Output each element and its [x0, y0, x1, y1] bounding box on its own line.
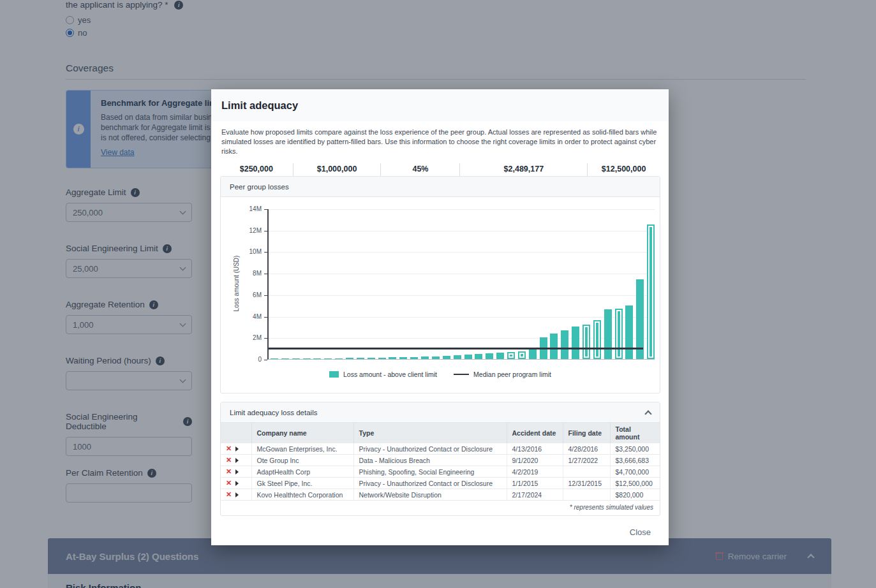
chart-bar-simulated	[647, 224, 655, 359]
gridline	[269, 317, 655, 318]
expand-row-icon[interactable]	[235, 469, 239, 474]
chart-bar	[496, 353, 504, 359]
company-cell: Gk Steel Pipe, Inc.	[251, 478, 353, 489]
chart-bar	[378, 358, 386, 359]
y-tick-mark	[264, 209, 267, 210]
details-panel-header[interactable]: Limit adequacy loss details	[221, 402, 660, 423]
chart-bar	[303, 358, 311, 360]
modal-title: Limit adequacy	[221, 99, 298, 112]
y-tick-label: 6M	[242, 291, 262, 298]
legend-line-swatch-icon	[454, 374, 469, 376]
chart-panel-header: Peer group losses	[221, 177, 660, 197]
chart-bar-simulated	[507, 352, 515, 359]
legend-label: Loss amount - above client limit	[343, 371, 437, 378]
filing-date-cell	[563, 466, 610, 478]
type-cell: Privacy - Unauthorized Contact or Disclo…	[353, 443, 507, 455]
company-cell: AdaptHealth Corp	[251, 466, 353, 478]
filing-date-cell: 4/28/2016	[563, 443, 610, 455]
y-tick-label: 2M	[242, 334, 262, 341]
loss-details-panel: Limit adequacy loss details Company name…	[220, 402, 660, 516]
expand-row-icon[interactable]	[235, 458, 239, 463]
gridline	[269, 274, 655, 274]
accident-date-cell: 1/1/2015	[507, 478, 563, 489]
expand-row-icon[interactable]	[235, 446, 239, 452]
chart-bar	[421, 356, 429, 359]
remove-row-icon[interactable]: ✕	[226, 456, 232, 464]
chart-bar	[367, 358, 375, 359]
expand-row-icon[interactable]	[235, 492, 239, 497]
y-tick-mark	[264, 295, 267, 296]
stat-value: $1,000,000	[296, 165, 378, 173]
total-amount-cell: $3,666,683	[610, 455, 660, 466]
table-header-row: Company name Type Accident date Filing d…	[221, 423, 660, 443]
chart-bar-simulated	[518, 351, 526, 359]
legend-item-median-limit: Median peer program limit	[454, 371, 551, 378]
column-header-actions	[221, 423, 251, 443]
y-tick-label: 12M	[242, 227, 262, 234]
chevron-up-icon[interactable]	[644, 410, 651, 417]
legend-item-loss-amount: Loss amount - above client limit	[329, 371, 437, 378]
table-row: ✕Ote Group IncData - Malicious Breach9/1…	[221, 455, 660, 466]
y-tick-mark	[264, 252, 267, 253]
accident-date-cell: 2/17/2024	[507, 489, 563, 501]
company-cell: Ote Group Inc	[251, 455, 353, 466]
chart-bar	[572, 327, 579, 359]
chart-bar	[335, 358, 343, 360]
chart-bar	[475, 354, 482, 359]
y-axis-label: Loss amount (USD)	[233, 246, 240, 322]
remove-row-icon[interactable]: ✕	[226, 479, 232, 487]
simulated-values-footnote: * represents simulated values	[221, 501, 660, 515]
modal-header: Limit adequacy	[211, 89, 669, 121]
chart-bar	[357, 358, 364, 359]
table-row: ✕Gk Steel Pipe, Inc.Privacy - Unauthoriz…	[221, 478, 660, 489]
filing-date-cell: 12/31/2015	[563, 478, 610, 489]
chart-bar	[625, 305, 633, 359]
chart-bar	[389, 357, 396, 359]
remove-row-icon[interactable]: ✕	[226, 490, 232, 499]
close-button[interactable]: Close	[630, 527, 651, 537]
chart-bar	[443, 356, 450, 359]
chart-legend: Loss amount - above client limit Median …	[221, 371, 660, 378]
y-tick-mark	[264, 317, 267, 318]
remove-row-icon[interactable]: ✕	[226, 445, 232, 453]
accident-date-cell: 4/2/2019	[507, 466, 563, 478]
total-amount-cell: $12,500,000	[610, 478, 660, 489]
chart-bar	[432, 356, 440, 359]
type-cell: Network/Website Disruption	[353, 489, 507, 501]
expand-row-icon[interactable]	[235, 481, 239, 486]
y-tick-mark	[264, 231, 267, 232]
total-amount-cell: $820,000	[610, 489, 660, 501]
type-cell: Privacy - Unauthorized Contact or Disclo…	[353, 478, 507, 489]
chart-bar	[464, 355, 472, 359]
loss-details-table: Company name Type Accident date Filing d…	[221, 423, 660, 501]
modal-description: Evaluate how proposed limits compare aga…	[221, 128, 659, 156]
chart-panel-title: Peer group losses	[230, 183, 289, 191]
legend-bar-swatch-icon	[329, 371, 339, 378]
column-header-filing-date: Filing date	[563, 423, 610, 443]
chart-bar	[313, 358, 321, 360]
remove-row-icon[interactable]: ✕	[226, 467, 232, 476]
type-cell: Phishing, Spoofing, Social Engineering	[353, 466, 507, 478]
accident-date-cell: 9/1/2020	[507, 455, 563, 466]
y-tick-mark	[264, 338, 267, 339]
company-cell: McGowan Enterprises, Inc.	[251, 443, 353, 455]
table-row: ✕Kovo Healthtech CorporationNetwork/Webs…	[221, 489, 660, 501]
chart-bar	[486, 353, 493, 359]
page: the applicant is applying? * i yes no Co…	[0, 0, 876, 588]
y-tick-mark	[264, 360, 267, 360]
gridline	[269, 231, 655, 232]
chart-bar	[292, 358, 300, 360]
loss-bar-chart: Loss amount (USD) 02M4M6M8M10M12M14M Los…	[221, 197, 660, 393]
type-cell: Data - Malicious Breach	[353, 455, 507, 466]
chart-bar	[454, 355, 461, 359]
column-header-total-amount: Total amount	[610, 423, 660, 443]
y-tick-label: 4M	[242, 313, 262, 320]
chart-bar	[604, 309, 612, 359]
gridline	[269, 209, 655, 210]
chart-bar	[346, 358, 353, 359]
peer-group-losses-panel: Peer group losses Loss amount (USD) 02M4…	[220, 176, 660, 393]
gridline	[269, 295, 655, 296]
chart-bar-simulated	[615, 309, 623, 359]
y-tick-label: 0	[242, 356, 262, 363]
limit-adequacy-modal: Limit adequacy Evaluate how proposed lim…	[211, 89, 669, 545]
